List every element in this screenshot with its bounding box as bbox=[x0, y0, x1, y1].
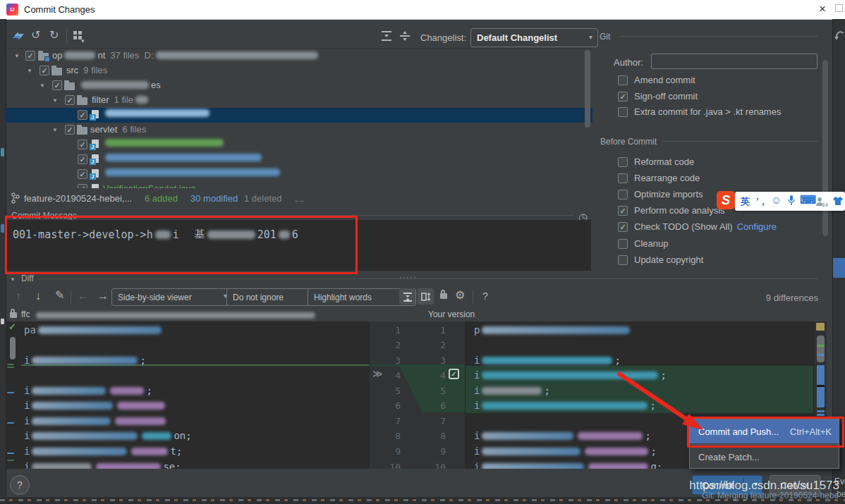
refresh-icon[interactable]: ↻ bbox=[49, 30, 59, 41]
checkbox[interactable]: ✓ bbox=[52, 80, 62, 90]
expand-arrow-icon[interactable]: ▼ bbox=[14, 53, 20, 59]
line-number: 6 bbox=[416, 398, 446, 413]
show-diff-icon[interactable] bbox=[11, 29, 25, 43]
annotation-rectangle-commit-and-push bbox=[687, 417, 844, 448]
option-perform-code-analysis[interactable]: ✓ Perform code analysis bbox=[618, 205, 725, 216]
checkbox[interactable]: ✓ bbox=[78, 140, 87, 149]
tree-row-file[interactable]: ✓ J bbox=[6, 137, 592, 152]
tree-row-selected-file[interactable]: ✓ J bbox=[6, 108, 592, 123]
menu-item-create-patch[interactable]: Create Patch... bbox=[690, 445, 839, 469]
tree-row-servlet[interactable]: ▼ ✓ servlet 6 files bbox=[6, 123, 592, 137]
tree-row-file[interactable]: ✓ J bbox=[6, 167, 592, 182]
checkbox[interactable] bbox=[618, 157, 628, 167]
option-update-copyright[interactable]: Update copyright bbox=[618, 254, 703, 265]
checkbox[interactable] bbox=[618, 190, 628, 199]
next-difference-icon[interactable]: ↓ bbox=[35, 290, 41, 302]
line-number: 1 bbox=[416, 323, 446, 338]
collapse-all-icon[interactable] bbox=[399, 30, 411, 42]
left-scrollbar[interactable] bbox=[10, 337, 16, 359]
project-folder-icon bbox=[38, 53, 49, 61]
option-extra-commit[interactable]: Extra commit for .java > .kt renames bbox=[618, 106, 781, 117]
group-by-chevron-icon[interactable]: ▾ bbox=[81, 35, 85, 47]
checkbox[interactable]: ✓ bbox=[25, 51, 35, 61]
include-change-checkbox[interactable]: ✓ bbox=[449, 369, 459, 379]
ime-language-toggle[interactable]: 英 bbox=[741, 195, 750, 208]
help-button[interactable]: ? bbox=[10, 475, 30, 495]
checkbox[interactable]: ✓ bbox=[78, 169, 87, 179]
edit-source-icon[interactable]: ✎ bbox=[55, 290, 64, 301]
checkbox[interactable]: ✓ bbox=[78, 154, 87, 164]
option-rearrange-code[interactable]: Rearrange code bbox=[618, 173, 700, 183]
ime-punctuation-toggle[interactable]: ’， bbox=[756, 195, 768, 208]
skin-shirt-icon[interactable] bbox=[832, 196, 844, 207]
expand-all-icon[interactable] bbox=[381, 30, 392, 42]
previous-file-icon[interactable]: ← bbox=[78, 290, 89, 302]
emoji-icon[interactable]: ☺ bbox=[771, 194, 782, 206]
lock-icon[interactable] bbox=[440, 293, 447, 299]
checkbox[interactable] bbox=[618, 75, 628, 85]
sync-scroll-toggle[interactable] bbox=[418, 288, 434, 305]
diff-collapse-arrow-icon[interactable]: ▼ bbox=[10, 276, 16, 283]
checkbox[interactable]: ✓ bbox=[39, 66, 49, 75]
option-check-todo[interactable]: ✓ Check TODO (Show All) Configure bbox=[618, 221, 777, 232]
checkbox-checked[interactable]: ✓ bbox=[618, 206, 628, 216]
next-file-icon[interactable]: → bbox=[97, 290, 109, 302]
option-amend-commit[interactable]: Amend commit bbox=[618, 75, 695, 85]
splitter-grip[interactable]: ····· bbox=[399, 272, 417, 282]
checkbox-checked[interactable]: ✓ bbox=[618, 92, 628, 102]
configure-link[interactable]: Configure bbox=[737, 221, 777, 232]
scroll-marker-added bbox=[817, 345, 825, 347]
code-line: i; bbox=[24, 353, 146, 367]
expand-arrow-icon[interactable]: ▼ bbox=[27, 68, 32, 74]
checkbox[interactable]: ✓ bbox=[65, 95, 75, 105]
changelist-dropdown[interactable]: Default Changelist ▾ bbox=[470, 28, 598, 47]
checkbox[interactable]: ✓ bbox=[78, 184, 87, 188]
previous-difference-icon[interactable]: ↑ bbox=[16, 290, 21, 302]
rollback-icon[interactable]: ↺ bbox=[31, 30, 40, 41]
tree-row-file[interactable]: ✓ J VerificationServlet.java bbox=[6, 182, 592, 188]
change-marker bbox=[7, 392, 14, 393]
tree-scrollbar[interactable] bbox=[585, 50, 590, 128]
java-file-icon: J bbox=[90, 140, 99, 150]
checkbox[interactable] bbox=[618, 173, 628, 183]
line-number: 8 bbox=[371, 429, 401, 443]
option-optimize-imports[interactable]: Optimize imports bbox=[618, 189, 703, 199]
checkbox-checked[interactable]: ✓ bbox=[618, 222, 628, 232]
included-check-icon[interactable]: ✓ bbox=[8, 321, 16, 332]
option-reformat-code[interactable]: Reformat code bbox=[618, 156, 694, 167]
splitter-grip[interactable]: ┄┄ bbox=[295, 197, 305, 205]
checkbox[interactable]: ✓ bbox=[65, 125, 75, 135]
java-file-icon: J bbox=[90, 110, 99, 121]
tree-row-project[interactable]: ▼ ✓ opnt 37 files D: bbox=[6, 49, 592, 63]
group-by-icon[interactable] bbox=[73, 31, 77, 35]
code-line: i; bbox=[474, 444, 657, 458]
option-cleanup[interactable]: Cleanup bbox=[618, 238, 668, 249]
microphone-icon[interactable] bbox=[787, 195, 796, 207]
before-commit-section-label: Before Commit bbox=[600, 137, 657, 147]
author-input[interactable] bbox=[651, 54, 817, 69]
tree-row-package[interactable]: ▼ ✓ es bbox=[6, 78, 592, 93]
keyboard-icon[interactable]: ⌨ bbox=[800, 193, 816, 207]
option-signoff-commit[interactable]: ✓ Sign-off commit bbox=[618, 91, 698, 102]
checkbox[interactable]: ✓ bbox=[78, 110, 87, 120]
checkbox[interactable] bbox=[618, 255, 628, 265]
close-icon[interactable]: × bbox=[811, 0, 834, 18]
file-count: 1 file bbox=[114, 94, 133, 105]
tree-row-file[interactable]: ✓ J bbox=[6, 152, 592, 167]
tree-row-filter[interactable]: ▼ ✓ filter 1 file bbox=[6, 93, 592, 108]
sogou-logo-icon[interactable]: S bbox=[717, 191, 735, 209]
expand-arrow-icon[interactable]: ▼ bbox=[39, 82, 45, 89]
expand-arrow-icon[interactable]: ▼ bbox=[52, 127, 58, 133]
tree-row-src[interactable]: ▼ ✓ src 9 files bbox=[6, 63, 592, 78]
gear-icon[interactable]: ⚙ bbox=[455, 290, 465, 301]
checkbox[interactable] bbox=[618, 107, 628, 117]
scrollbar-thumb[interactable] bbox=[817, 336, 825, 362]
checkbox[interactable] bbox=[618, 239, 628, 249]
expand-arrow-icon[interactable]: ▼ bbox=[52, 97, 58, 104]
folder-icon bbox=[77, 127, 87, 135]
line-number: 10 bbox=[416, 460, 446, 469]
viewer-mode-dropdown[interactable]: Side-by-side viewer ▾ bbox=[111, 288, 232, 306]
collapse-unchanged-toggle[interactable] bbox=[399, 288, 415, 305]
help-icon[interactable]: ? bbox=[482, 290, 488, 302]
apply-change-chevron-icon[interactable]: ≫ bbox=[372, 368, 383, 379]
